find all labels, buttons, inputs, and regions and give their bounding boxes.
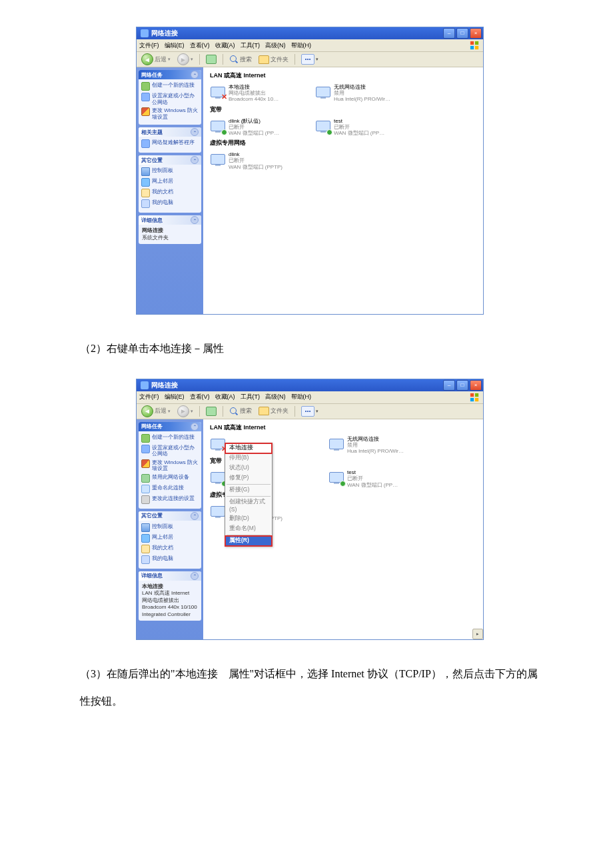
- ctx-delete[interactable]: 删除(D): [225, 514, 272, 524]
- views-button[interactable]: ▾: [299, 53, 320, 65]
- menu-help[interactable]: 帮助(H): [291, 393, 312, 401]
- task-rename[interactable]: 重命名此连接: [141, 485, 199, 493]
- task-change-settings[interactable]: 更改此连接的设置: [141, 495, 199, 504]
- minimize-button[interactable]: –: [443, 28, 455, 39]
- chevron-icon[interactable]: ⌃: [191, 512, 199, 520]
- folders-button[interactable]: 文件夹: [257, 55, 291, 65]
- connection-test[interactable]: test 已断开 WAN 微型端口 (PP…: [314, 117, 410, 138]
- connection-local-selected[interactable]: ✕ 本地连接 网络电缆被拔出 Broadcom 440x 10… 本地连接 停用…: [209, 435, 305, 456]
- network-connections-window-2: 网络连接 – □ × 文件(F) 编辑(E) 查看(V) 收藏(A) 工具(T)…: [136, 379, 484, 640]
- menu-edit[interactable]: 编辑(E): [165, 41, 185, 50]
- connection-local[interactable]: ✕ 本地连接 网络电缆被拔出 Broadcom 440x 10…: [209, 83, 305, 104]
- panel-details: 详细信息 ⌃ 本地连接 LAN 或高速 Internet 网络电缆被拔出 Bro…: [139, 571, 201, 621]
- connection-test[interactable]: test 已断开 WAN 微型端口 (PP…: [327, 468, 423, 489]
- instruction-step-2: （2）右键单击本地连接－属性: [80, 335, 540, 363]
- minimize-button[interactable]: –: [443, 380, 455, 391]
- panel-header-details[interactable]: 详细信息 ⌃: [139, 215, 201, 225]
- windows-logo-icon: [468, 39, 480, 51]
- new-connection-icon: [141, 82, 150, 91]
- task-disable-device[interactable]: 禁用此网络设备: [141, 474, 199, 483]
- place-my-computer[interactable]: 我的电脑: [141, 199, 199, 208]
- connection-wlan[interactable]: 无线网络连接 禁用 Hua Intel(R) PRO/Wir…: [327, 435, 423, 456]
- chevron-icon[interactable]: ⌃: [191, 216, 199, 224]
- place-my-documents[interactable]: 我的文档: [141, 189, 199, 197]
- chevron-icon[interactable]: ⌃: [191, 128, 199, 136]
- ctx-shortcut[interactable]: 创建快捷方式(S): [225, 497, 272, 514]
- place-control-panel[interactable]: 控制面板: [141, 523, 199, 532]
- up-button[interactable]: [204, 54, 219, 65]
- search-button[interactable]: 搜索: [227, 54, 254, 65]
- task-troubleshoot[interactable]: 网络疑难解答程序: [141, 139, 199, 148]
- titlebar[interactable]: 网络连接 – □ ×: [137, 379, 483, 391]
- connection-dlink-vpn[interactable]: dlink 已断开 WAN 微型端口 (PPTP): [209, 150, 305, 171]
- panel-header-other[interactable]: 其它位置 ⌃: [139, 511, 201, 521]
- close-button[interactable]: ×: [470, 380, 482, 391]
- ctx-properties[interactable]: 属性(R): [225, 536, 272, 546]
- connection-dlink[interactable]: dlink (默认值) 已断开 WAN 微型端口 (PP…: [209, 117, 305, 138]
- maximize-button[interactable]: □: [456, 380, 468, 391]
- network-neighborhood-icon: [141, 178, 150, 187]
- task-home-network[interactable]: 设置家庭或小型办公网络: [141, 445, 199, 457]
- panel-header-tasks[interactable]: 网络任务 ⌃: [139, 422, 201, 431]
- lan-icon: ✕: [210, 84, 226, 100]
- menu-view[interactable]: 查看(V): [190, 393, 210, 401]
- chevron-icon[interactable]: ⌃: [191, 572, 199, 580]
- back-button[interactable]: ◄ 后退 ▾: [139, 405, 173, 418]
- search-button[interactable]: 搜索: [227, 406, 254, 417]
- menu-tools[interactable]: 工具(T): [241, 393, 261, 401]
- menu-file[interactable]: 文件(F): [139, 393, 159, 401]
- ctx-rename[interactable]: 重命名(M): [225, 524, 272, 534]
- up-button[interactable]: [204, 406, 219, 417]
- ctx-bridge[interactable]: 桥接(G): [225, 485, 272, 495]
- help-icon: [141, 139, 150, 148]
- menu-edit[interactable]: 编辑(E): [165, 393, 185, 401]
- place-my-computer[interactable]: 我的电脑: [141, 555, 199, 564]
- close-button[interactable]: ×: [470, 28, 482, 39]
- menu-tools[interactable]: 工具(T): [241, 41, 261, 50]
- svg-rect-0: [470, 41, 474, 45]
- ctx-repair[interactable]: 修复(P): [225, 473, 272, 483]
- detail-sub: 系统文件夹: [142, 235, 198, 241]
- panel-header-tasks[interactable]: 网络任务 ⌃: [139, 70, 201, 79]
- menu-favorite[interactable]: 收藏(A): [215, 41, 235, 50]
- views-button[interactable]: ▾: [299, 405, 320, 417]
- task-new-connection[interactable]: 创建一个新的连接: [141, 82, 199, 91]
- scroll-corner[interactable]: ▸: [472, 629, 483, 639]
- folders-button[interactable]: 文件夹: [257, 406, 291, 416]
- titlebar[interactable]: 网络连接 – □ ×: [137, 27, 483, 39]
- gear-icon: [141, 495, 150, 504]
- menu-advanced[interactable]: 高级(N): [265, 393, 286, 401]
- vpn-icon: [210, 503, 226, 519]
- task-firewall[interactable]: 更改 Windows 防火墙设置: [141, 459, 199, 472]
- panel-header-details[interactable]: 详细信息 ⌃: [139, 571, 201, 581]
- chevron-icon[interactable]: ⌃: [191, 423, 199, 431]
- menu-favorite[interactable]: 收藏(A): [215, 393, 235, 401]
- task-home-network[interactable]: 设置家庭或小型办公网络: [141, 93, 199, 105]
- detail-line5: Integrated Controller: [142, 611, 198, 618]
- chevron-icon[interactable]: ⌃: [191, 156, 199, 164]
- panel-network-tasks: 网络任务 ⌃ 创建一个新的连接 设置家庭或小型办公网络 更改 Windows 防…: [139, 70, 201, 125]
- menu-advanced[interactable]: 高级(N): [265, 41, 286, 50]
- place-network-nbh[interactable]: 网上邻居: [141, 178, 199, 187]
- menubar: 文件(F) 编辑(E) 查看(V) 收藏(A) 工具(T) 高级(N) 帮助(H…: [137, 391, 483, 404]
- task-firewall[interactable]: 更改 Windows 防火墙设置: [141, 107, 199, 120]
- panel-header-other[interactable]: 其它位置 ⌃: [139, 155, 201, 165]
- back-label: 后退: [155, 55, 167, 64]
- place-my-documents[interactable]: 我的文档: [141, 545, 199, 553]
- ctx-disable[interactable]: 停用(B): [225, 453, 272, 463]
- ctx-status[interactable]: 状态(U): [225, 463, 272, 473]
- task-new-connection[interactable]: 创建一个新的连接: [141, 434, 199, 443]
- connection-wlan[interactable]: 无线网络连接 禁用 Hua Intel(R) PRO/Wir…: [314, 83, 410, 104]
- svg-rect-5: [475, 393, 478, 396]
- menu-file[interactable]: 文件(F): [139, 41, 159, 50]
- chevron-icon[interactable]: ⌃: [191, 71, 199, 79]
- menu-help[interactable]: 帮助(H): [291, 41, 312, 50]
- window-title: 网络连接: [151, 29, 178, 38]
- maximize-button[interactable]: □: [456, 28, 468, 39]
- place-control-panel[interactable]: 控制面板: [141, 167, 199, 176]
- menu-view[interactable]: 查看(V): [190, 41, 210, 50]
- panel-header-related[interactable]: 相关主题 ⌃: [139, 127, 201, 137]
- back-button[interactable]: ◄ 后退 ▾: [139, 53, 173, 66]
- place-network-nbh[interactable]: 网上邻居: [141, 534, 199, 543]
- svg-rect-6: [470, 397, 474, 401]
